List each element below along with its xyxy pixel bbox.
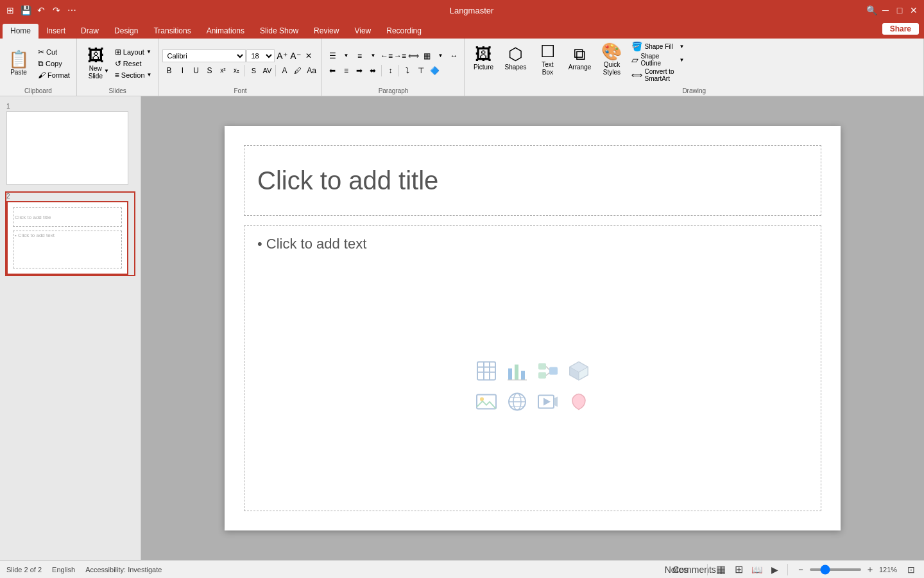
font-shrink-button[interactable]: A⁻ [289,49,302,62]
insert-table-button[interactable] [472,356,501,385]
font-grow-button[interactable]: A⁺ [275,49,288,62]
arrange-button[interactable]: ⧉ Arrange [565,40,594,76]
columns-button[interactable]: ▦ [420,49,433,62]
slide-thumb-1[interactable]: 1 [5,101,135,186]
shape-fill-button[interactable]: 🪣 Shape Fill ▼ [629,40,687,52]
align-text-button[interactable]: ⊤ [415,64,427,77]
paste-button[interactable]: 📋 Paste [4,46,33,82]
underline-button[interactable]: U [189,64,202,77]
picture-button[interactable]: 🖼 Picture [468,40,498,76]
tab-slideshow[interactable]: Slide Show [252,24,306,39]
minimize-icon[interactable]: ─ [880,5,891,15]
cut-button[interactable]: ✂ Cut [35,46,73,58]
insert-icons-button[interactable] [565,387,593,416]
font-row2: B I U S x² x₂ S AV A 🖊 Aa [162,64,318,77]
shape-outline-button[interactable]: ▱ Shape Outline ▼ [629,52,687,67]
insert-online-picture-button[interactable] [503,387,531,416]
numbering-button[interactable]: ≡ [353,49,366,62]
font-size-selector[interactable]: 18 [246,49,275,62]
justify-button[interactable]: ⬌ [366,64,379,77]
presenter-view-icon[interactable]: ▶ [768,563,781,576]
line-spacing-button[interactable]: ↕ [384,64,397,77]
section-button[interactable]: ≡ Section ▼ [112,69,155,81]
superscript-button[interactable]: x² [216,64,229,77]
bold-button[interactable]: B [162,64,175,77]
align-right-button[interactable]: ➡ [353,64,366,77]
smart-art-button[interactable]: ⟺ [407,49,420,62]
quick-styles-button[interactable]: 🎨 QuickStyles [597,40,626,79]
align-left-button[interactable]: ⬅ [326,64,339,77]
tab-home[interactable]: Home [3,24,38,39]
zoom-level[interactable]: 121% [879,566,900,574]
zoom-out-icon[interactable]: － [794,563,807,576]
zoom-in-icon[interactable]: ＋ [864,563,877,576]
accessibility-indicator[interactable]: Accessibility: Investigate [85,566,162,574]
windows-icon[interactable]: ⊞ [5,5,15,15]
normal-view-icon[interactable]: ▦ [714,563,727,576]
tab-recording[interactable]: Recording [379,24,429,39]
share-button[interactable]: Share [882,23,919,35]
tab-draw[interactable]: Draw [73,24,107,39]
increase-indent-button[interactable]: →≡ [393,49,406,62]
bullets-button[interactable]: ☰ [326,49,339,62]
shape-outline-icon: ▱ [631,55,638,65]
text-direction-button[interactable]: ⤵ [401,64,414,77]
tab-insert[interactable]: Insert [38,24,73,39]
para-group-content: ☰ ▼ ≡ ▼ ←≡ →≡ ⟺ ▦ ▼ ↔ ⬅ ≡ ➡ ⬌ ↕ [326,40,460,86]
reset-button[interactable]: ↺ Reset [112,58,155,69]
redo-icon[interactable]: ↷ [51,5,62,15]
insert-video-button[interactable] [534,387,562,416]
copy-button[interactable]: ⧉ Copy [35,58,73,69]
new-slide-button[interactable]: 🖼 NewSlide ▼ [81,44,110,83]
columns-arrow[interactable]: ▼ [434,49,447,62]
strikethrough-button[interactable]: S [203,64,216,77]
clear-format-button[interactable]: ✕ [302,49,315,62]
slides-col: ⊞ Layout ▼ ↺ Reset ≡ Section ▼ [112,46,155,81]
close-icon[interactable]: ✕ [909,5,919,15]
search-icon[interactable]: 🔍 [866,5,877,15]
zoom-slider[interactable] [810,568,861,571]
fit-to-window-icon[interactable]: ⊡ [905,563,918,576]
slide-canvas[interactable]: Click to add title • Click to add text [225,126,841,530]
tab-design[interactable]: Design [107,24,146,39]
text-shadow-button[interactable]: S [247,64,260,77]
undo-icon[interactable]: ↶ [36,5,46,15]
format-painter-button[interactable]: 🖌 Format [35,69,73,81]
tab-view[interactable]: View [346,24,379,39]
text-box-button[interactable]: ☐ TextBox [533,40,562,79]
convert-smartart-button[interactable]: ⟺ Convert toSmartArt [629,67,687,83]
insert-picture-button[interactable] [472,387,501,416]
insert-chart-button[interactable] [503,356,531,385]
subscript-button[interactable]: x₂ [230,64,243,77]
content-placeholder[interactable]: • Click to add text [244,225,821,511]
align-center-button[interactable]: ≡ [339,64,352,77]
tab-animations[interactable]: Animations [199,24,252,39]
slide-thumb-2[interactable]: 2 Click to add title • Click to add text [5,191,135,276]
layout-button[interactable]: ⊞ Layout ▼ [112,46,155,58]
more-icon[interactable]: ⋯ [67,5,77,15]
decrease-indent-button[interactable]: ←≡ [380,49,393,62]
bullets-arrow[interactable]: ▼ [339,49,352,62]
font-name-selector[interactable]: Calibri [162,49,246,62]
highlight-button[interactable]: 🖊 [291,64,304,77]
tab-review[interactable]: Review [306,24,346,39]
numbering-arrow[interactable]: ▼ [366,49,379,62]
slide-sorter-icon[interactable]: ⊞ [732,563,745,576]
tab-transitions[interactable]: Transitions [146,24,198,39]
reading-view-icon[interactable]: 📖 [750,563,763,576]
rtl-ltr-button[interactable]: ↔ [447,49,460,62]
char-spacing-button[interactable]: AV [261,64,273,77]
title-placeholder[interactable]: Click to add title [244,145,821,216]
font-color-button[interactable]: A [278,64,291,77]
italic-button[interactable]: I [176,64,189,77]
comments-button[interactable]: Comments [688,563,701,576]
insert-smartart-button[interactable] [534,356,562,385]
copy-label: Copy [46,60,62,67]
save-icon[interactable]: 💾 [21,5,31,15]
shapes-button[interactable]: ⬡ Shapes [501,40,530,76]
maximize-icon[interactable]: □ [894,5,905,15]
smartart-convert-button[interactable]: 🔷 [428,64,441,77]
insert-3d-button[interactable] [565,356,593,385]
language-indicator[interactable]: English [52,566,75,574]
change-case-button[interactable]: Aa [305,64,318,77]
